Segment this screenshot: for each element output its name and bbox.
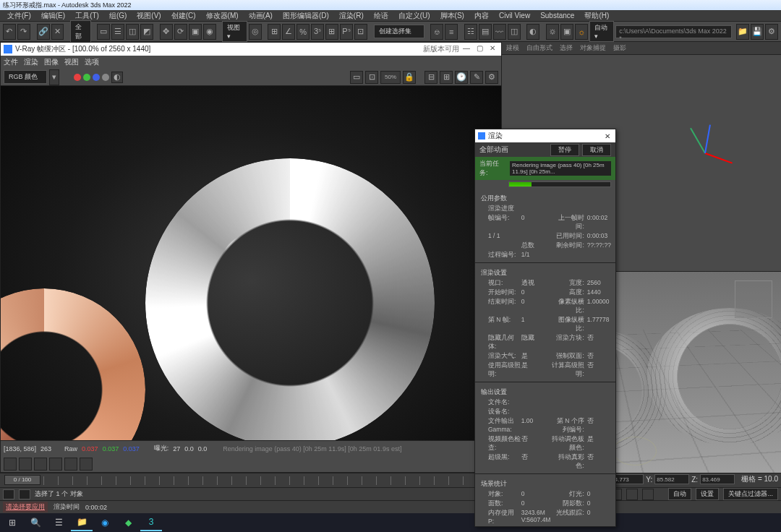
render-panel-close-button[interactable]: ✕: [602, 132, 613, 140]
vfb-dropdown-arrow[interactable]: ▾: [49, 69, 59, 85]
vfb-mono-button[interactable]: ◐: [111, 72, 123, 83]
place-button[interactable]: ◉: [203, 24, 216, 40]
vfb-green-channel[interactable]: [83, 74, 90, 81]
tab-selection[interactable]: 选择: [560, 43, 573, 53]
vfb-b-button[interactable]: ⊞: [440, 71, 453, 84]
region-select-button[interactable]: ◫: [126, 24, 139, 40]
vfb-bc-5[interactable]: [64, 458, 77, 471]
material-editor-button[interactable]: ◐: [526, 24, 539, 40]
layer-button[interactable]: ☷: [464, 24, 477, 40]
listener-button[interactable]: [19, 489, 30, 499]
gizmo-z-axis[interactable]: [704, 124, 711, 153]
window-crossing-button[interactable]: ◩: [140, 24, 153, 40]
align-button[interactable]: ≡: [445, 24, 458, 40]
menu-substance[interactable]: Substance: [536, 11, 579, 20]
setkey-button[interactable]: 设置: [696, 488, 719, 500]
edge-taskbar[interactable]: ◉: [94, 514, 116, 531]
coord-y-input[interactable]: [654, 474, 689, 484]
menu-content[interactable]: 内容: [470, 10, 493, 22]
tab-modeling[interactable]: 建模: [506, 43, 519, 53]
vfb-title-bar[interactable]: V-Ray 帧缓冲区 - [100.0% of 2560 x 1440] 新版本…: [1, 43, 501, 56]
menu-rendering[interactable]: 渲染(R): [335, 10, 368, 22]
prompt-link[interactable]: 请选择要应用: [3, 502, 48, 512]
menu-view[interactable]: 视图(V): [132, 10, 165, 22]
vfb-menu-render[interactable]: 渲染: [24, 57, 38, 67]
coord-z-input[interactable]: [700, 474, 735, 484]
percent-snap[interactable]: %: [296, 24, 310, 40]
render-pause-button[interactable]: 暂停: [550, 144, 579, 156]
vfb-bc-4[interactable]: [49, 458, 62, 471]
vfb-history-button[interactable]: 🕑: [455, 71, 468, 84]
render-setup-button[interactable]: ⛭: [546, 24, 559, 40]
vfb-bc-1[interactable]: [4, 458, 17, 471]
taskview-button[interactable]: ☰: [48, 514, 69, 531]
vfb-menu-options[interactable]: 选项: [85, 57, 99, 67]
search-button[interactable]: 🔍: [25, 514, 46, 531]
autokey-button[interactable]: 自动: [668, 488, 691, 500]
undo-button[interactable]: ↶: [3, 24, 16, 40]
menu-group[interactable]: 组(G): [105, 10, 131, 22]
vfb-maximize-button[interactable]: ▢: [474, 44, 485, 54]
start-button[interactable]: ⊞: [1, 514, 23, 531]
scale-button[interactable]: ▣: [189, 24, 202, 40]
menu-huiyu[interactable]: 绘语: [370, 10, 393, 22]
vfb-res-button[interactable]: 50%: [380, 71, 401, 84]
named-selection[interactable]: 创建选择集: [374, 25, 424, 38]
menu-graph-editors[interactable]: 图形编辑器(D): [278, 10, 333, 22]
snap-toggle-2[interactable]: ⊞: [325, 24, 338, 40]
transform-gizmo[interactable]: [673, 120, 738, 185]
steering-wheel[interactable]: [613, 437, 657, 466]
menu-civil-view[interactable]: Civil View: [495, 11, 534, 20]
menu-modifiers[interactable]: 修改器(M): [202, 10, 243, 22]
tab-objectsnap[interactable]: 对象捕捉: [580, 43, 606, 53]
pivot-button[interactable]: ◎: [249, 24, 262, 40]
redo-button[interactable]: ↷: [17, 24, 30, 40]
vfb-region-button[interactable]: ▭: [350, 71, 363, 84]
gizmo-x-axis[interactable]: [705, 153, 733, 164]
render-panel-title-bar[interactable]: 渲染 ✕: [475, 129, 615, 142]
viewcube[interactable]: [735, 280, 772, 318]
tab-camera[interactable]: 摄影: [613, 43, 626, 53]
menu-help[interactable]: 帮助(H): [580, 10, 613, 22]
menu-customize[interactable]: 自定义(U): [394, 10, 435, 22]
vfb-minimize-button[interactable]: —: [461, 44, 472, 54]
vfb-cc-button[interactable]: ✎: [470, 71, 483, 84]
vfb-channel-dropdown[interactable]: RGB 颜色: [4, 70, 47, 84]
spinner-snap[interactable]: 3ˢ: [311, 24, 324, 40]
vfb-red-channel[interactable]: [74, 74, 81, 81]
menu-script[interactable]: 脚本(S): [436, 10, 469, 22]
menu-edit[interactable]: 编辑(E): [37, 10, 69, 22]
vfb-menu-file[interactable]: 文件: [4, 57, 18, 67]
unlink-button[interactable]: ✕: [51, 24, 64, 40]
goto-end-button[interactable]: [642, 489, 654, 500]
time-slider[interactable]: 0 / 100: [4, 475, 40, 485]
menu-file[interactable]: 文件(F): [3, 10, 35, 22]
vfb-a-button[interactable]: ⊟: [424, 71, 438, 84]
menu-animation[interactable]: 动画(A): [244, 10, 277, 22]
tab-freeform[interactable]: 自由形式: [526, 43, 552, 53]
move-button[interactable]: ✥: [160, 24, 173, 40]
green-app-taskbar[interactable]: ◆: [117, 514, 139, 531]
scene-explorer-button[interactable]: ▤: [479, 24, 492, 40]
rotate-button[interactable]: ⟳: [174, 24, 187, 40]
mirror-button[interactable]: ⎊: [430, 24, 443, 40]
select-button[interactable]: ▭: [97, 24, 110, 40]
vfb-menu-image[interactable]: 图像: [44, 57, 59, 67]
snap-toggle-4[interactable]: ⊡: [354, 24, 367, 40]
vfb-settings-button[interactable]: ⚙: [485, 71, 498, 84]
render-progress-dialog[interactable]: 渲染 ✕ 全部动画 暂停 取消 当前任务: Rendering image (p…: [474, 129, 616, 527]
vfb-bc-6[interactable]: [80, 458, 93, 471]
render-frame-button[interactable]: ▣: [560, 24, 573, 40]
menu-create[interactable]: 创建(C): [167, 10, 200, 22]
snap-toggle[interactable]: ⊞: [268, 24, 281, 40]
angle-snap[interactable]: ∠: [282, 24, 295, 40]
windows-taskbar[interactable]: ⊞ 🔍 ☰ 📁 ◉ ◆ 3: [0, 513, 781, 532]
next-frame-button[interactable]: [626, 489, 638, 500]
vfb-bc-2[interactable]: [19, 458, 32, 471]
ref-coord-dropdown[interactable]: 视图 ▾: [222, 21, 247, 42]
gizmo-y-axis[interactable]: [690, 128, 706, 154]
keyfilter-button[interactable]: 关键点过滤器...: [723, 488, 778, 500]
snap-toggle-3[interactable]: Pˢ: [340, 24, 353, 40]
schematic-button[interactable]: ◫: [508, 24, 521, 40]
vfb-close-button[interactable]: ✕: [487, 44, 498, 54]
